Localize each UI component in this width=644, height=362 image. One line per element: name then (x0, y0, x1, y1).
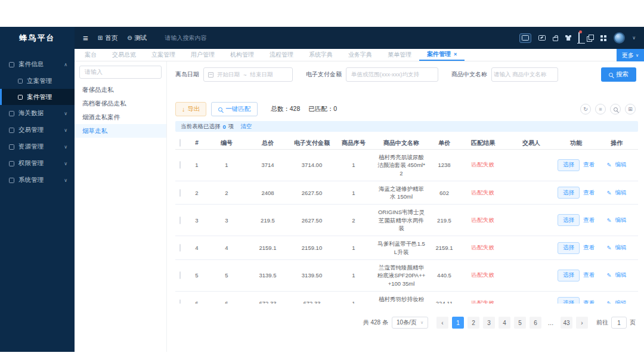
view-link[interactable]: 查看 (583, 244, 595, 252)
view-link[interactable]: 查看 (583, 189, 595, 197)
date-start-placeholder: 开始日期 (217, 71, 240, 79)
screen-share-icon[interactable] (538, 35, 546, 41)
product-name-input[interactable]: 请输入 商品中文名称 (491, 67, 558, 82)
page-number-button[interactable]: 6 (530, 317, 541, 329)
hamburger-menu-icon[interactable]: ≡ (83, 33, 88, 43)
lock-icon[interactable] (553, 37, 558, 41)
view-link[interactable]: 查看 (583, 216, 595, 224)
row-checkbox[interactable] (179, 161, 181, 169)
nav-tab[interactable]: 机构管理 × (222, 49, 262, 61)
case-search-input[interactable]: 请输入 (79, 66, 162, 79)
nav-tab[interactable]: 流程管理 × (262, 49, 301, 61)
select-all-checkbox[interactable] (179, 139, 181, 147)
date-end-placeholder: 结束日期 (250, 71, 273, 79)
notifications-button[interactable] (578, 33, 580, 44)
select-row-button[interactable]: 选择 (558, 270, 580, 281)
edit-link[interactable]: 编辑 (615, 216, 626, 224)
sidebar-item[interactable]: 权限管理 ∨ (0, 155, 75, 172)
case-type-item[interactable]: 烟酒走私案件 (75, 110, 166, 124)
page-number-button[interactable]: 4 (499, 317, 510, 329)
theme-icon[interactable] (565, 35, 571, 41)
nav-tab[interactable]: 案件管理 × (419, 49, 465, 61)
row-checkbox[interactable] (179, 244, 181, 252)
case-type-panel: 请输入 奢侈品走私 高档奢侈品走私 烟酒走私案件 (75, 61, 167, 352)
page-number-button[interactable]: 3 (483, 317, 495, 329)
export-button[interactable]: ↓ 导出 (175, 102, 206, 116)
page-number-button[interactable]: 1 (452, 317, 464, 329)
more-tabs-button[interactable]: 更多 ∨ (617, 49, 644, 61)
menu-square-icon (9, 62, 14, 67)
global-search-input[interactable]: 请输入搜索内容 (165, 34, 207, 42)
row-checkbox[interactable] (179, 299, 181, 304)
select-row-button[interactable]: 选择 (558, 187, 580, 199)
table-header-cell: # (185, 140, 209, 146)
goto-page-input[interactable]: 1 (611, 317, 627, 329)
view-link[interactable]: 查看 (583, 299, 595, 304)
edit-link[interactable]: 编辑 (615, 271, 626, 279)
user-menu-chevron-icon[interactable]: ∨ (632, 35, 636, 41)
page-number-button[interactable]: 5 (514, 317, 526, 329)
case-type-item[interactable]: 高档奢侈品走私 (75, 97, 166, 110)
view-link[interactable]: 查看 (583, 161, 595, 169)
date-range-picker[interactable]: 开始日期 ~ 结束日期 (203, 67, 293, 82)
select-row-button[interactable]: 选择 (558, 159, 580, 171)
nav-tab[interactable]: 菜单管理 × (380, 49, 419, 61)
case-type-item[interactable]: 奢侈品走私 (75, 83, 166, 97)
apps-grid-icon[interactable] (600, 35, 606, 41)
sidebar-item[interactable]: 交易管理 ∨ (0, 122, 75, 138)
nav-tab[interactable]: 用户管理 × (183, 49, 222, 61)
search-button[interactable]: 搜索 (601, 67, 636, 82)
page-number-button[interactable]: 2 (467, 317, 479, 329)
clear-selection-link[interactable]: 清空 (240, 123, 252, 131)
page-number-button[interactable]: 43 (561, 317, 572, 329)
refresh-icon[interactable]: ↻ (580, 104, 591, 115)
sidebar-item[interactable]: 案件信息 ∧ (0, 56, 75, 73)
select-row-button[interactable]: 选择 (558, 242, 580, 254)
selection-prefix: 当前表格已选择 (181, 123, 221, 131)
sidebar-item[interactable]: 案件管理 (0, 89, 75, 105)
goto-unit: 页 (630, 318, 636, 327)
edit-link[interactable]: 编辑 (615, 161, 626, 169)
density-icon[interactable]: ≡ (595, 104, 606, 115)
sidebar-item[interactable]: 立案管理 (0, 73, 75, 89)
layers-icon[interactable] (587, 35, 593, 41)
row-checkbox[interactable] (179, 271, 181, 279)
select-row-button[interactable]: 选择 (558, 297, 580, 304)
select-row-button[interactable]: 选择 (558, 214, 580, 226)
amount-input[interactable]: 单值或范围(xxx-xxx)均支持 (346, 67, 438, 82)
nav-tab[interactable]: 系统字典 × (301, 49, 340, 61)
table-stats: 总数：428 已匹配：0 (271, 105, 337, 113)
sidebar-item[interactable]: 资源管理 ∨ (0, 138, 75, 155)
pagination-total: 共 428 条 (363, 318, 388, 327)
edit-link[interactable]: 编辑 (615, 189, 626, 197)
edit-link[interactable]: 编辑 (615, 299, 626, 304)
nav-tab[interactable]: 案台 × (77, 49, 104, 61)
tab-close-icon[interactable]: × (454, 51, 457, 57)
user-avatar[interactable] (614, 32, 625, 44)
home-nav[interactable]: ⊞ 首页 (98, 34, 117, 42)
sidebar-item[interactable]: 系统管理 ∨ (0, 172, 75, 188)
page-number-button[interactable]: … (545, 317, 557, 329)
nav-tab[interactable]: 立案管理 × (144, 49, 183, 61)
row-checkbox[interactable] (179, 189, 181, 197)
case-type-item[interactable]: 烟草走私 (75, 124, 166, 138)
page-size-select[interactable]: 10条/页 ∨ (392, 317, 428, 329)
one-click-match-button[interactable]: 一键匹配 (211, 102, 258, 116)
view-link[interactable]: 查看 (583, 271, 595, 279)
edit-link[interactable]: 编辑 (615, 244, 626, 252)
prev-page-button[interactable]: ‹ (436, 317, 448, 329)
env-nav[interactable]: ⊖ 测试 (127, 34, 147, 42)
nav-tab[interactable]: 交易总览 × (104, 49, 144, 61)
cell-match-result: 匹配失败 (460, 271, 506, 279)
cell-code: 6 (209, 300, 244, 304)
nav-tab[interactable]: 业务字典 × (340, 49, 380, 61)
lens-icon (614, 107, 618, 112)
sidebar-item[interactable]: 海关数据 ∨ (0, 105, 75, 122)
selection-suffix: 项 (228, 123, 234, 131)
row-checkbox[interactable] (179, 216, 181, 224)
column-settings-icon[interactable]: ⊞ (625, 104, 636, 115)
screen-lock-toggle[interactable] (519, 33, 531, 43)
edit-icon: ✎ (607, 300, 612, 304)
next-page-button[interactable]: › (576, 317, 588, 329)
zoom-icon[interactable] (610, 104, 621, 115)
